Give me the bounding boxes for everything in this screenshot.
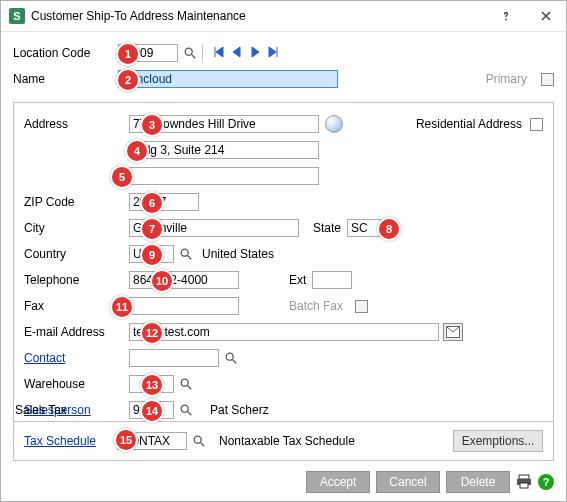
window-title: Customer Ship-To Address Maintenance [31,9,486,23]
country-search-icon[interactable] [178,246,194,262]
callout-badge-13: 13 [140,373,164,397]
close-button[interactable] [526,1,566,31]
titlebar: S Customer Ship-To Address Maintenance [1,1,566,32]
callout-badge-8: 8 [377,217,401,241]
nav-last-icon[interactable] [267,46,279,61]
primary-label: Primary [486,72,527,86]
footer: Sales Tax Tax Schedule Nontaxable Tax Sc… [1,399,566,493]
callout-badge-11: 11 [110,295,134,319]
location-search-icon[interactable] [182,45,198,61]
svg-rect-11 [520,483,528,488]
callout-badge-9: 9 [140,243,164,267]
svg-point-8 [194,436,201,443]
callout-badge-10: 10 [150,269,174,293]
map-icon[interactable] [325,115,343,133]
callout-badge-1: 1 [116,42,140,66]
callout-badge-6: 6 [140,191,164,215]
email-label: E-mail Address [24,325,129,339]
batchfax-label: Batch Fax [289,299,343,313]
print-icon[interactable] [516,474,532,490]
sales-tax-panel: Tax Schedule Nontaxable Tax Schedule Exe… [13,421,554,461]
svg-point-2 [181,249,188,256]
exemptions-button[interactable]: Exemptions... [453,430,543,452]
name-label: Name [13,72,118,86]
svg-point-1 [185,48,192,55]
callout-badge-4: 4 [125,139,149,163]
telephone-input[interactable] [129,271,239,289]
location-code-label: Location Code [13,46,118,60]
ext-label: Ext [289,273,306,287]
nav-prev-icon[interactable] [231,46,243,61]
batchfax-checkbox [355,300,368,313]
delete-button[interactable]: Delete [446,471,510,493]
content: Location Code 1 Name Primary 2 [1,32,566,460]
accept-button[interactable]: Accept [306,471,370,493]
zip-label: ZIP Code [24,195,129,209]
address-label: Address [24,117,129,131]
button-bar: Accept Cancel Delete ? [13,461,554,493]
callout-badge-7: 7 [140,217,164,241]
ext-input[interactable] [312,271,352,289]
email-input[interactable] [129,323,439,341]
country-name: United States [202,247,274,261]
contact-link[interactable]: Contact [24,351,65,365]
tax-schedule-desc: Nontaxable Tax Schedule [219,434,355,448]
svg-rect-9 [519,475,529,479]
mail-icon[interactable] [443,323,463,341]
name-input[interactable] [118,70,338,88]
svg-point-4 [226,353,233,360]
callout-badge-3: 3 [140,113,164,137]
sales-tax-heading: Sales Tax [15,403,554,417]
cancel-button[interactable]: Cancel [376,471,440,493]
warehouse-search-icon[interactable] [178,376,194,392]
country-label: Country [24,247,129,261]
fax-input[interactable] [129,297,239,315]
tax-schedule-link[interactable]: Tax Schedule [24,434,117,448]
help-button[interactable] [486,1,526,31]
window: S Customer Ship-To Address Maintenance L… [0,0,567,502]
svg-point-5 [181,379,188,386]
tax-schedule-search-icon[interactable] [191,433,207,449]
address-line2-input[interactable] [129,141,319,159]
callout-badge-14: 14 [140,399,164,423]
svg-point-0 [505,19,507,21]
warehouse-label: Warehouse [24,377,129,391]
app-icon: S [9,8,25,24]
callout-badge-12: 12 [140,321,164,345]
city-label: City [24,221,129,235]
contact-input[interactable] [129,349,219,367]
residential-checkbox[interactable] [530,118,543,131]
primary-checkbox [541,73,554,86]
residential-label: Residential Address [416,117,522,131]
state-input[interactable] [347,219,381,237]
nav-next-icon[interactable] [249,46,261,61]
contact-search-icon[interactable] [223,350,239,366]
address-line3-input[interactable] [129,167,319,185]
state-label: State [313,221,341,235]
help-icon[interactable]: ? [538,474,554,490]
callout-badge-2: 2 [116,68,140,92]
callout-badge-5: 5 [110,165,134,189]
nav-first-icon[interactable] [213,46,225,61]
telephone-label: Telephone [24,273,129,287]
callout-badge-15: 15 [114,428,138,452]
